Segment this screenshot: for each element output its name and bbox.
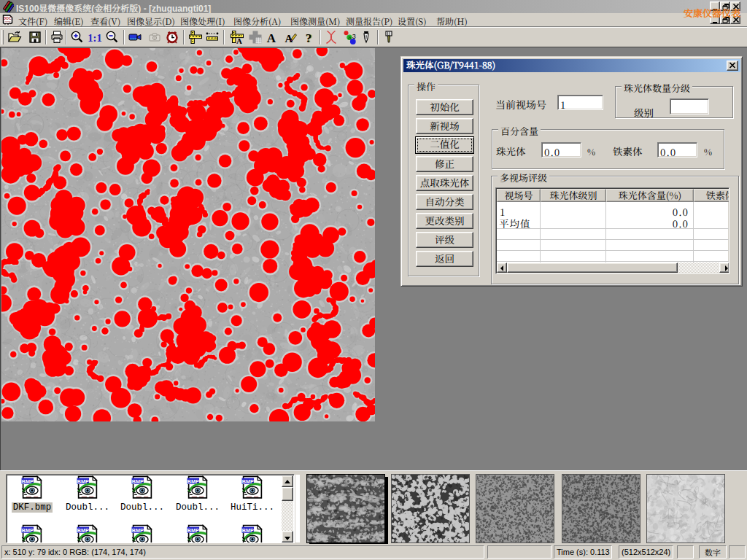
text-button[interactable]: A bbox=[263, 28, 280, 46]
grading-group-label: 珠光体数量分级 bbox=[622, 81, 692, 95]
vendor-watermark: 安康仪器仪表 bbox=[684, 6, 740, 20]
new-field-button[interactable]: 新视场 bbox=[416, 118, 473, 134]
change-class-button[interactable]: 更改类别 bbox=[416, 213, 473, 229]
save-button[interactable] bbox=[26, 28, 44, 46]
micrograph-image[interactable] bbox=[1, 48, 375, 421]
scroll-down-button[interactable] bbox=[282, 531, 293, 542]
text-edit-button[interactable]: A bbox=[282, 28, 299, 46]
pearlite-input[interactable]: 0.0 bbox=[541, 142, 581, 158]
file-name[interactable]: Doubl... bbox=[174, 502, 221, 513]
file-name[interactable]: Doubl... bbox=[64, 502, 111, 513]
open-button[interactable] bbox=[6, 28, 23, 46]
scroll-track[interactable] bbox=[282, 501, 293, 531]
file-item[interactable]: Doubl... bbox=[60, 475, 115, 513]
file-item[interactable] bbox=[60, 524, 115, 543]
return-button[interactable]: 返回 bbox=[416, 251, 473, 267]
pen-tool-button[interactable] bbox=[357, 28, 375, 46]
status-empty-2 bbox=[677, 545, 694, 559]
col-header-pearlite[interactable]: 珠光体含量(%) bbox=[606, 189, 694, 202]
menu-help[interactable]: 帮助(H) bbox=[436, 15, 468, 27]
menu-image-display[interactable]: 图像显示(D) bbox=[127, 15, 175, 27]
auto-classify-button[interactable]: 自动分类 bbox=[416, 194, 473, 210]
table-row-field[interactable]: 平均值 bbox=[499, 216, 531, 230]
video-capture-button[interactable] bbox=[126, 28, 144, 46]
rate-button[interactable]: 评级 bbox=[416, 232, 473, 248]
thumbnail-3[interactable] bbox=[476, 474, 554, 543]
letter-a-icon: A bbox=[264, 30, 279, 44]
menu-view[interactable]: 查看(V) bbox=[90, 15, 120, 27]
zoom-out-button[interactable] bbox=[104, 28, 121, 46]
ferrite-unit: % bbox=[704, 145, 712, 158]
current-field-input[interactable]: 1 bbox=[557, 95, 603, 110]
scroll-left-button[interactable] bbox=[497, 262, 507, 273]
thumbnail-1[interactable] bbox=[306, 474, 385, 543]
scroll-thumb[interactable] bbox=[507, 262, 678, 273]
init-button[interactable]: 初始化 bbox=[416, 99, 473, 115]
toolbar-separator bbox=[45, 30, 47, 44]
file-item[interactable]: DKF.bmp bbox=[6, 475, 60, 513]
thumbnail-2[interactable] bbox=[391, 474, 470, 543]
col-header-ferrite[interactable]: 铁素体含量(%) bbox=[694, 189, 729, 202]
file-name[interactable]: HuiTi... bbox=[229, 502, 276, 513]
file-item[interactable]: Doubl... bbox=[170, 475, 225, 513]
window-title: IS100显微摄像系统(金相分析版) - [zhuguangti01] bbox=[16, 1, 211, 14]
curve-tool-button[interactable] bbox=[322, 28, 340, 46]
pen-nib-icon bbox=[359, 30, 374, 44]
timer-button[interactable] bbox=[163, 28, 181, 46]
scroll-thumb[interactable] bbox=[282, 487, 293, 501]
menu-measure-report[interactable]: 测量报告(P) bbox=[346, 15, 392, 27]
col-header-level[interactable]: 珠光体级别 bbox=[541, 189, 606, 202]
thumbnail-4[interactable] bbox=[562, 474, 640, 543]
ferrite-input[interactable]: 0.0 bbox=[657, 142, 697, 158]
one-to-one-icon: 1:1 bbox=[88, 30, 102, 44]
app-icon bbox=[2, 1, 14, 12]
menu-image-analysis[interactable]: 图像分析(A) bbox=[233, 15, 281, 27]
dialog-close-button[interactable] bbox=[727, 61, 738, 71]
file-name[interactable]: DKF.bmp bbox=[12, 502, 53, 513]
actual-size-button[interactable]: 1:1 bbox=[86, 28, 104, 46]
file-list-scrollbar[interactable] bbox=[282, 475, 293, 542]
svg-text:DOC: DOC bbox=[3, 16, 12, 20]
percent-group-label: 百分含量 bbox=[498, 124, 541, 138]
menu-image-measure[interactable]: 图像测量(M) bbox=[290, 15, 340, 27]
file-item[interactable] bbox=[115, 524, 170, 543]
scroll-right-button[interactable] bbox=[719, 262, 729, 273]
print-button[interactable] bbox=[48, 28, 66, 46]
table-hscrollbar[interactable] bbox=[497, 262, 729, 273]
file-list[interactable]: DKF.bmp Doubl... Doubl... Doubl... HuiTi… bbox=[6, 474, 295, 543]
scroll-up-button[interactable] bbox=[282, 475, 293, 487]
col-header-field[interactable]: 视场号 bbox=[497, 189, 541, 202]
zoom-in-button[interactable] bbox=[69, 28, 86, 46]
menu-file[interactable]: 文件(F) bbox=[18, 15, 47, 27]
pick-pearlite-button[interactable]: 点取珠光体 bbox=[416, 175, 473, 191]
scroll-track[interactable] bbox=[678, 262, 719, 273]
file-item[interactable]: HuiTi... bbox=[225, 475, 280, 513]
grid-tool-button[interactable] bbox=[247, 28, 264, 46]
camera-capture-button[interactable] bbox=[146, 28, 163, 46]
measure-length-button[interactable] bbox=[204, 28, 221, 46]
file-item[interactable] bbox=[6, 524, 60, 543]
table-gridline bbox=[497, 239, 729, 240]
measure-cross-button[interactable] bbox=[187, 28, 204, 46]
still-camera-icon bbox=[147, 30, 162, 44]
help-button[interactable]: ? ? bbox=[300, 28, 317, 46]
brush-tool-button[interactable] bbox=[380, 28, 398, 46]
file-item[interactable] bbox=[170, 524, 225, 543]
correct-button[interactable]: 修正 bbox=[416, 156, 473, 172]
table-row-value[interactable]: 0.0 bbox=[606, 216, 689, 230]
level-input[interactable] bbox=[670, 98, 709, 114]
menu-settings[interactable]: 设置(S) bbox=[398, 15, 427, 27]
dialog-title-bar[interactable]: 珠光体(GB/T9441-88) bbox=[403, 59, 740, 72]
file-item[interactable]: Doubl... bbox=[115, 475, 170, 513]
file-name[interactable]: Doubl... bbox=[119, 502, 166, 513]
menu-image-processing[interactable]: 图像处理(I) bbox=[180, 15, 225, 27]
phase-classify-button[interactable]: a 3 bbox=[341, 28, 358, 46]
calibrate-button[interactable]: A bbox=[228, 28, 246, 46]
binarize-button[interactable]: 二值化 bbox=[415, 136, 474, 154]
rating-group-label: 多视场评级 bbox=[498, 171, 549, 184]
level-label: 级别 bbox=[634, 105, 654, 120]
file-item[interactable] bbox=[225, 524, 280, 543]
document-icon[interactable]: DOC bbox=[2, 15, 13, 26]
menu-edit[interactable]: 编辑(E) bbox=[54, 15, 84, 27]
thumbnail-5[interactable] bbox=[646, 474, 725, 543]
